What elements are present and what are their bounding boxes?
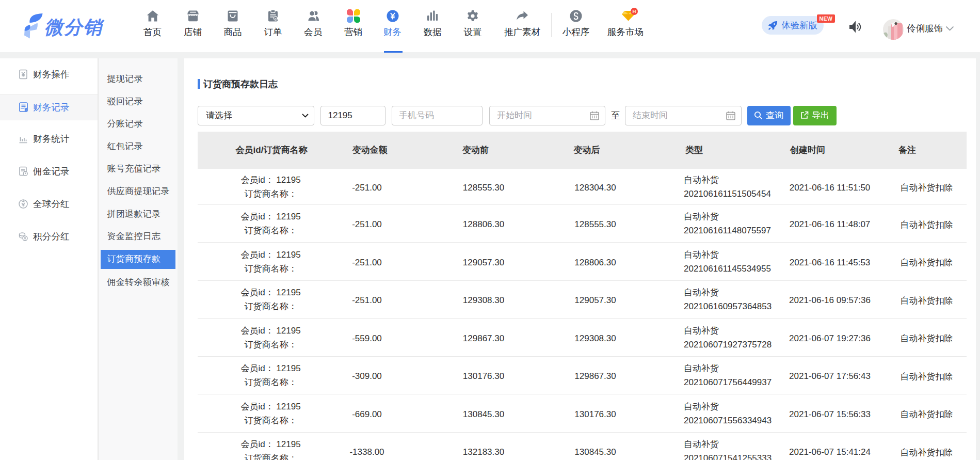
svg-text:微分销: 微分销 (44, 17, 105, 38)
svg-text:H: H (633, 8, 636, 14)
